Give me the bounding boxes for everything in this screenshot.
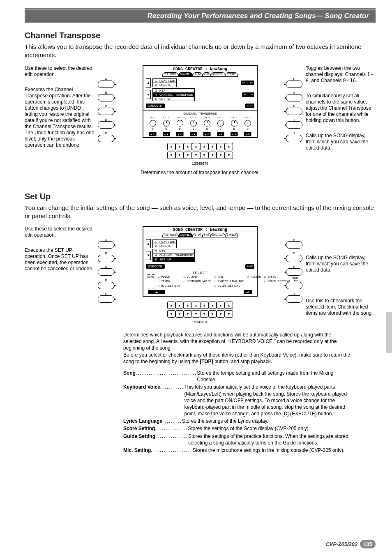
down-button-6[interactable]: ▼ <box>208 152 217 159</box>
menu-item-channel-transpose[interactable]: 4CHANNEL TRANSPOSE <box>153 93 194 97</box>
panel-button-j[interactable] <box>286 135 302 142</box>
transpose-knob[interactable] <box>163 120 170 127</box>
up-button-8[interactable]: ▲ <box>225 143 233 150</box>
save-icon-2[interactable]: SAVE <box>245 264 254 269</box>
tab-lyrics[interactable]: LYRICS <box>225 233 238 237</box>
panel-button-c[interactable] <box>98 268 114 276</box>
menu-item-mix[interactable]: 3MIX <box>153 249 194 253</box>
tab-chd[interactable]: CHD <box>203 233 211 237</box>
down-button-4[interactable]: ▼ <box>192 152 200 159</box>
tab-sys-ex-[interactable]: SYS/EX. <box>211 72 225 77</box>
up-button-4[interactable]: ▲ <box>192 302 200 309</box>
up-button-6[interactable]: ▲ <box>208 143 217 150</box>
setup-checkbox[interactable]: ☐ MIC.SETTING <box>158 284 180 288</box>
menu-item-channel-transpose[interactable]: 4CHANNEL TRANSPOSE <box>153 253 194 258</box>
down-button-2[interactable]: ▼ <box>175 152 184 159</box>
transpose-knob[interactable] <box>177 120 183 127</box>
transpose-knob[interactable] <box>231 120 238 127</box>
down-button-4[interactable]: ▼ <box>192 310 200 318</box>
panel-button-g[interactable] <box>286 255 302 262</box>
setup-checkbox[interactable]: ☐ LYRICS LANGUAGE <box>214 280 244 283</box>
transpose-knob[interactable] <box>244 120 251 127</box>
setup-checkbox[interactable]: ☐ KEYBOARD VOICE <box>183 280 211 283</box>
up-button-7[interactable]: ▲ <box>217 302 225 309</box>
panel-button-g[interactable] <box>286 94 302 101</box>
panel-button-e[interactable] <box>98 135 114 142</box>
panel-button-d[interactable] <box>98 121 114 129</box>
panel-button-d[interactable] <box>98 282 114 289</box>
panel-button-f[interactable] <box>286 241 302 249</box>
pill-all-ch[interactable]: ALL CH <box>242 92 254 97</box>
up-button-4[interactable]: ▲ <box>192 143 200 150</box>
tab-rec-mode[interactable]: REC MODE <box>162 233 178 237</box>
tab-rec-mode[interactable]: REC MODE <box>162 72 178 77</box>
panel-button-b[interactable] <box>98 94 114 101</box>
tab-channel[interactable]: CHANNEL <box>178 233 193 237</box>
transpose-knob[interactable] <box>204 120 210 127</box>
up-button-5[interactable]: ▲ <box>200 302 208 309</box>
tab-1-16[interactable]: 1-16 <box>193 72 203 77</box>
transpose-knob[interactable] <box>150 120 156 127</box>
menu-up-arrow[interactable]: ▲ <box>146 78 151 88</box>
transpose-knob[interactable] <box>190 120 197 127</box>
tab-lyrics[interactable]: LYRICS <box>225 72 238 77</box>
panel-button-c[interactable] <box>98 108 114 115</box>
panel-button-b[interactable] <box>98 255 114 262</box>
up-button-2[interactable]: ▲ <box>175 302 184 309</box>
menu-item-set-up[interactable]: 5SET UP <box>153 258 194 261</box>
setup-checkbox[interactable]: ☐ GUIDE SETTING <box>214 284 244 288</box>
setup-checkbox[interactable]: ☐ VOLUME <box>183 275 211 279</box>
down-button-3[interactable]: ▼ <box>184 310 192 318</box>
menu-item-delete[interactable]: 2DELETE <box>153 83 176 87</box>
up-button-6[interactable]: ▲ <box>208 302 217 309</box>
panel-button-e[interactable] <box>98 295 114 303</box>
panel-button-j[interactable] <box>286 295 302 303</box>
up-button-7[interactable]: ▲ <box>217 143 225 150</box>
up-button-5[interactable]: ▲ <box>200 143 208 150</box>
down-button-5[interactable]: ▼ <box>200 310 208 318</box>
menu-up-arrow-2[interactable]: ▲ <box>146 239 151 248</box>
panel-button-a[interactable] <box>98 81 114 88</box>
menu-item-delete[interactable]: 2DELETE <box>153 244 176 248</box>
menu-down-arrow[interactable]: ▼ <box>146 90 151 99</box>
setup-checkbox[interactable]: ☐ FILTER <box>247 275 261 279</box>
panel-button-i[interactable] <box>286 282 302 289</box>
down-button-8[interactable]: ▼ <box>225 152 233 159</box>
transpose-knob[interactable] <box>217 120 224 127</box>
down-button-1[interactable]: ▼ <box>167 152 175 159</box>
execute-button-2[interactable]: EXECUTE <box>146 264 165 269</box>
pill-ch-9-16[interactable]: CH 9-16 <box>241 81 254 85</box>
down-button-7[interactable]: ▼ <box>217 152 225 159</box>
down-button-3[interactable]: ▼ <box>184 152 192 159</box>
tab-sys-ex-[interactable]: SYS/EX. <box>211 233 225 237</box>
up-button-1[interactable]: ▲ <box>167 143 175 150</box>
panel-button-i[interactable] <box>286 121 302 129</box>
up-button-1[interactable]: ▲ <box>167 302 175 309</box>
menu-item-quantize[interactable]: 1QUANTIZE <box>153 79 176 83</box>
menu-down-arrow-2[interactable]: ▼ <box>146 251 151 260</box>
menu-item-set-up[interactable]: 5SET UP <box>153 97 194 101</box>
down-button-1[interactable]: ▼ <box>167 310 175 318</box>
save-icon-1[interactable]: SAVE <box>245 104 254 108</box>
menu-item-quantize[interactable]: 1QUANTIZE <box>153 240 176 244</box>
up-button-2[interactable]: ▲ <box>175 143 184 150</box>
execute-button-1[interactable]: EXECUTE <box>146 104 165 108</box>
up-button-8[interactable]: ▲ <box>225 302 233 309</box>
down-button-8[interactable]: ▼ <box>225 310 233 318</box>
down-button-6[interactable]: ▼ <box>208 310 217 318</box>
panel-button-a[interactable] <box>98 241 114 249</box>
down-button-2[interactable]: ▼ <box>175 310 184 318</box>
setup-checkbox[interactable]: ☑ VOICE <box>158 275 180 279</box>
setup-checkbox[interactable]: ☐ PAN <box>214 275 244 279</box>
setup-checkbox[interactable]: ☐ TEMPO <box>158 280 180 283</box>
panel-button-h[interactable] <box>286 268 302 276</box>
tab-1-16[interactable]: 1-16 <box>193 233 203 237</box>
menu-item-mix[interactable]: 3MIX <box>153 89 194 93</box>
panel-button-f[interactable] <box>286 81 302 88</box>
up-button-3[interactable]: ▲ <box>184 302 192 309</box>
down-button-7[interactable]: ▼ <box>217 310 225 318</box>
tab-channel[interactable]: CHANNEL <box>178 72 193 77</box>
down-button-5[interactable]: ▼ <box>200 152 208 159</box>
panel-button-h[interactable] <box>286 108 302 115</box>
tab-chd[interactable]: CHD <box>203 72 211 77</box>
